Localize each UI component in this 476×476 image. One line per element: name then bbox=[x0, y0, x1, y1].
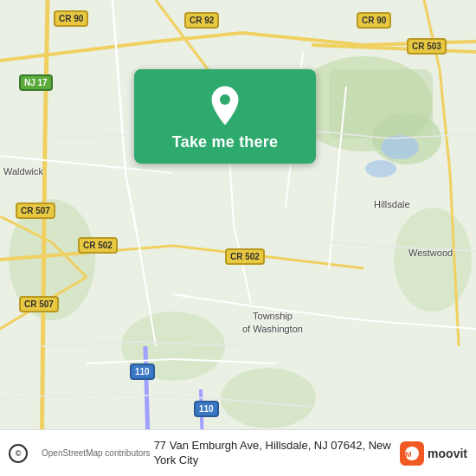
osm-logo: © bbox=[9, 444, 31, 463]
svg-point-7 bbox=[221, 368, 316, 428]
badge-cr507-mid: CR 507 bbox=[16, 203, 55, 219]
svg-text:M: M bbox=[405, 450, 412, 459]
badge-cr502-center: CR 502 bbox=[225, 248, 265, 265]
label-township: Townshipof Washington bbox=[242, 310, 303, 337]
svg-point-60 bbox=[220, 94, 230, 105]
badge-cr90-top: CR 90 bbox=[54, 10, 88, 27]
badge-hwy110b: 110 bbox=[194, 401, 219, 417]
label-hillsdale: Hillsdale bbox=[374, 199, 410, 209]
label-waldwick: Waldwick bbox=[3, 166, 43, 177]
take-me-there-button[interactable]: Take me there bbox=[134, 69, 316, 164]
label-westwood: Westwood bbox=[408, 248, 453, 258]
take-me-there-label: Take me there bbox=[172, 133, 278, 151]
svg-point-6 bbox=[394, 208, 472, 312]
svg-point-9 bbox=[365, 160, 396, 177]
svg-line-14 bbox=[45, 0, 48, 138]
badge-cr92: CR 92 bbox=[184, 12, 219, 29]
address-text: 77 Van Emburgh Ave, Hillsdale, NJ 07642,… bbox=[154, 439, 393, 468]
badge-cr90-right: CR 90 bbox=[357, 12, 391, 29]
badge-cr502-left: CR 502 bbox=[78, 237, 118, 254]
location-pin-icon bbox=[209, 85, 241, 126]
moovit-logo: M moovit bbox=[400, 441, 467, 466]
moovit-icon: M bbox=[400, 441, 424, 466]
osm-circle-icon: © bbox=[9, 444, 28, 463]
moovit-text: moovit bbox=[428, 447, 467, 460]
map-container: CR 90 CR 92 CR 90 CR 503 NJ 17 CR 507 CR… bbox=[0, 0, 476, 476]
bottom-bar: © OpenStreetMap contributors 77 Van Embu… bbox=[0, 429, 476, 476]
attribution-text: OpenStreetMap contributors bbox=[42, 448, 151, 458]
badge-hwy110a: 110 bbox=[130, 363, 155, 380]
badge-cr503: CR 503 bbox=[407, 38, 447, 55]
badge-cr507-lower: CR 507 bbox=[19, 296, 59, 312]
badge-nj17: NJ 17 bbox=[19, 74, 53, 91]
